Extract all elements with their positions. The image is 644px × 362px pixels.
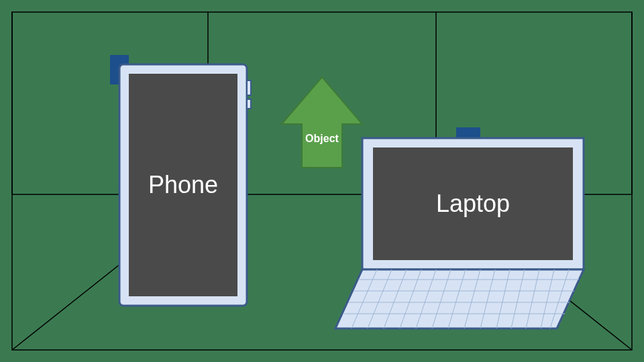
phone-button-icon	[247, 80, 251, 95]
phone-label: Phone	[148, 171, 218, 198]
arrow-up-icon	[282, 77, 362, 168]
phone-button-icon	[247, 99, 251, 109]
phone-device: Phone	[110, 55, 251, 306]
object-arrow: Object	[282, 77, 362, 168]
laptop-device: Laptop	[335, 127, 584, 328]
laptop-label: Laptop	[436, 190, 510, 217]
diagram-canvas: Phone Object Laptop	[0, 0, 644, 362]
laptop-base	[335, 269, 584, 328]
arrow-label: Object	[305, 133, 339, 144]
